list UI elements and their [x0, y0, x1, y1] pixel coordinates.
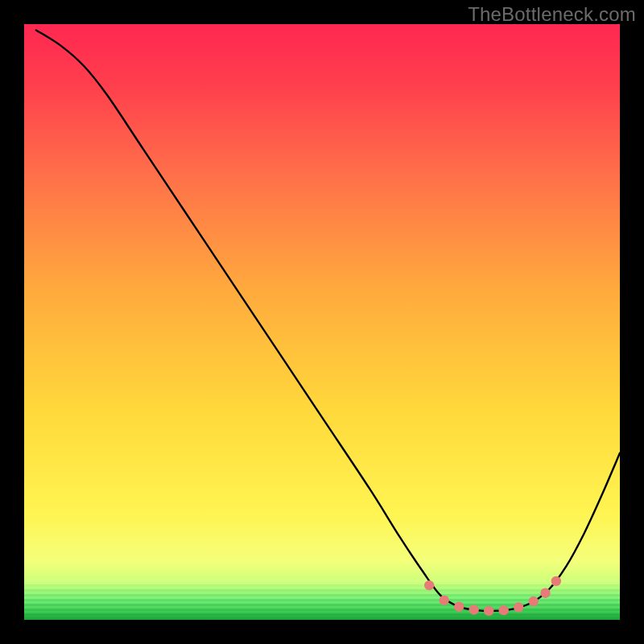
- optimal-dot: [484, 606, 493, 616]
- watermark-text: TheBottleneck.com: [468, 3, 636, 26]
- svg-rect-0: [24, 580, 620, 582]
- optimal-dot: [551, 576, 561, 586]
- optimal-dot: [424, 580, 434, 590]
- plot-svg: [24, 24, 620, 620]
- optimal-dot: [499, 605, 509, 615]
- svg-rect-1: [24, 584, 620, 587]
- plot-area: [24, 24, 620, 620]
- optimal-dot: [454, 602, 464, 612]
- svg-rect-7: [24, 613, 620, 616]
- svg-rect-2: [24, 589, 620, 592]
- optimal-dot: [540, 588, 550, 598]
- optimal-dot: [440, 595, 449, 605]
- svg-rect-6: [24, 609, 620, 611]
- optimal-dot: [529, 597, 539, 606]
- optimal-dot: [469, 605, 479, 614]
- heatmap-gradient: [24, 24, 620, 620]
- chart-frame: TheBottleneck.com: [0, 0, 644, 644]
- optimal-dot: [514, 602, 523, 612]
- svg-rect-3: [24, 594, 620, 597]
